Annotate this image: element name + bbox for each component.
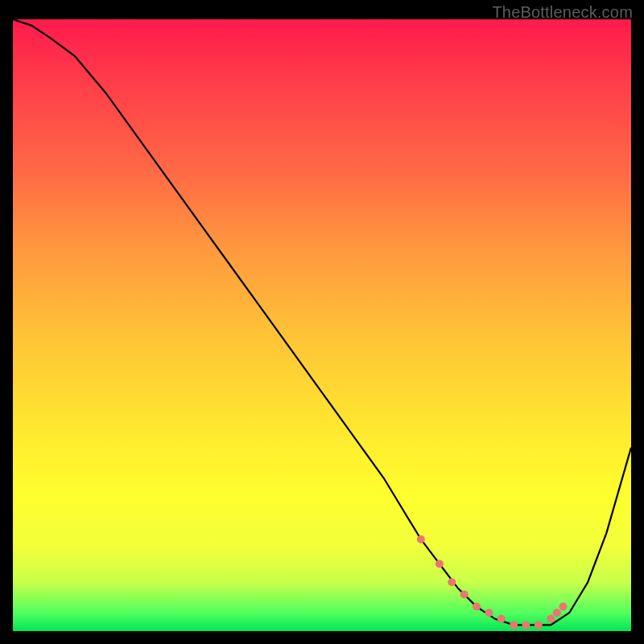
highlight-dot [553,609,561,617]
plot-area [13,19,631,631]
highlight-dot [473,603,481,611]
highlight-dot [522,621,530,629]
highlight-dot [535,621,543,629]
highlight-dot [417,535,425,543]
highlight-dot [448,578,456,586]
highlight-dots-group [417,535,568,629]
bottleneck-curve-path [13,19,631,625]
highlight-dot [559,603,568,611]
highlight-dot [510,621,518,629]
highlight-dot [485,609,493,617]
highlight-dot [547,615,555,623]
chart-frame: TheBottleneck.com [0,0,644,644]
highlight-dot [460,590,469,598]
highlight-dot [436,559,444,568]
curve-svg [13,19,631,631]
highlight-dot [497,615,506,623]
